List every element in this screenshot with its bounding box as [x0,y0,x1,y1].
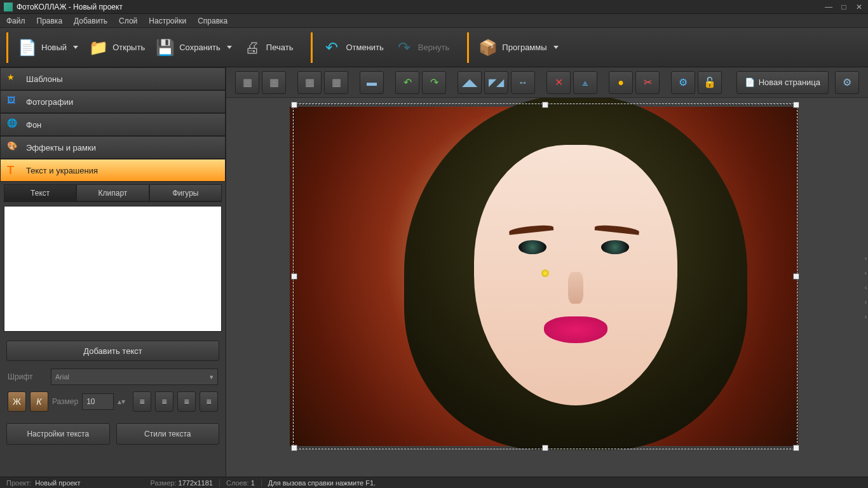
accordion-templates[interactable]: ★ Шаблоны [0,67,226,90]
portrait-nose [568,272,583,304]
status-layers-value: 1 [251,479,255,487]
new-page-button[interactable]: 📄 Новая страница [736,71,829,94]
align-center-button[interactable]: ≡ [155,391,173,412]
app-icon [4,3,13,11]
chevron-down-icon [227,46,232,49]
accordion-photos[interactable]: 🖼 Фотографии [0,90,226,113]
folder-open-icon: 📁 [88,37,109,58]
text-icon: T [7,164,20,177]
chevron-down-icon: ▾ [210,373,214,381]
status-help-hint: Для вызова справки нажмите F1. [262,479,382,487]
menu-layer[interactable]: Слой [119,17,137,25]
italic-button[interactable]: К [30,391,48,412]
rotate-right-button[interactable]: ↷ [422,71,446,94]
photo-icon: 🖼 [7,95,20,108]
undo-button[interactable]: ↶ Отменить [316,35,388,60]
panel-collapse-dots[interactable]: ‹‹‹‹‹ [865,255,867,320]
new-icon: 📄 [17,37,37,58]
menu-settings[interactable]: Настройки [149,17,186,25]
cut-button[interactable]: ✂ [635,71,660,94]
size-input[interactable] [82,393,114,410]
print-button[interactable]: 🖨 Печать [237,35,299,60]
open-button[interactable]: 📁 Открыть [83,35,150,60]
status-project-label: Проект: [6,479,31,487]
settings-gear-button[interactable]: ⚙ [671,71,695,94]
size-label: Размер [52,397,78,406]
save-icon: 💾 [155,37,175,58]
redo-icon: ↷ [394,37,414,58]
canvas-area: ▦ ▦ ▦ ▦ ▬ ↶ ↷ ◢◣ ◤◢ ↔ ✕ ⟁ ● ✂ ⚙ 🔓 📄 [226,67,868,477]
main-toolbar: 📄 Новый 📁 Открыть 💾 Сохранить 🖨 Печать ↶… [0,28,868,67]
menu-help[interactable]: Справка [198,17,227,25]
maximize-button[interactable]: □ [839,3,849,11]
menu-file[interactable]: Файл [6,17,25,25]
font-label: Шрифт [8,372,46,381]
size-spinner-icon[interactable]: ▴▾ [118,397,125,406]
chevron-down-icon [553,46,559,49]
color-button[interactable]: ● [609,71,633,94]
rotate-left-button[interactable]: ↶ [395,71,419,94]
align-left-button[interactable]: ≡ [133,391,151,412]
redo-button[interactable]: ↷ Вернуть [389,35,455,60]
minimize-button[interactable]: — [824,3,834,11]
menubar: Файл Правка Добавить Слой Настройки Спра… [0,14,868,28]
bring-front-button[interactable]: ▦ [235,71,259,94]
undo-icon: ↶ [322,37,342,58]
save-button[interactable]: 💾 Сохранить [150,35,237,60]
page-add-icon: 📄 [745,78,755,87]
left-panel: ★ Шаблоны 🖼 Фотографии 🌐 Фон 🎨 Эффекты и… [0,67,226,477]
tab-text[interactable]: Текст [4,184,76,201]
fit-button[interactable]: ↔ [511,71,535,94]
chevron-down-icon [73,46,78,49]
align-right-button[interactable]: ≡ [177,391,196,412]
text-preview [4,206,222,332]
new-button[interactable]: 📄 Новый [12,35,83,60]
send-back-button[interactable]: ▦ [262,71,286,94]
add-text-button[interactable]: Добавить текст [6,341,219,361]
portrait-eye [601,240,629,254]
delete-button[interactable]: ✕ [546,71,571,94]
align-justify-button[interactable]: ≡ [200,391,218,412]
menu-add[interactable]: Добавить [74,17,107,25]
crop-button[interactable]: ⟁ [573,71,597,94]
portrait-eye [519,240,546,254]
status-project-value: Новый проект [35,479,80,487]
accordion-background[interactable]: 🌐 Фон [0,113,226,136]
accordion-text-decor[interactable]: T Текст и украшения [0,159,226,182]
layer-up-button[interactable]: ▦ [297,71,322,94]
star-icon: ★ [7,72,20,85]
titlebar: ФотоКОЛЛАЖ - Новый проект — □ ✕ [0,0,868,14]
font-select[interactable]: Arial ▾ [51,369,218,385]
window-title: ФотоКОЛЛАЖ - Новый проект [17,3,824,11]
portrait-lips [544,316,607,343]
statusbar: Проект: Новый проект Размер: 1772x1181 С… [0,477,868,488]
bold-button[interactable]: Ж [8,391,26,412]
text-styles-button[interactable]: Стили текста [116,423,220,445]
status-size-value: 1772x1181 [179,479,213,487]
text-settings-button[interactable]: Настройки текста [6,423,110,445]
align-button[interactable]: ▬ [360,71,384,94]
flip-v-button[interactable]: ◤◢ [484,71,508,94]
page-settings-button[interactable]: ⚙ [835,71,859,94]
lock-button[interactable]: 🔓 [698,71,722,94]
palette-icon: 🎨 [7,141,20,154]
box-icon: 📦 [478,37,498,58]
flip-h-button[interactable]: ◢◣ [458,71,482,94]
menu-edit[interactable]: Правка [37,17,63,25]
close-button[interactable]: ✕ [854,3,864,11]
canvas-toolbar: ▦ ▦ ▦ ▦ ▬ ↶ ↷ ◢◣ ◤◢ ↔ ✕ ⟁ ● ✂ ⚙ 🔓 📄 [226,67,868,98]
canvas[interactable] [290,107,798,446]
programs-button[interactable]: 📦 Программы [473,35,563,60]
globe-icon: 🌐 [7,118,20,131]
print-icon: 🖨 [242,37,262,58]
layer-down-button[interactable]: ▦ [324,71,348,94]
tab-clipart[interactable]: Клипарт [76,184,149,201]
tab-shapes[interactable]: Фигуры [149,184,222,201]
accordion-effects[interactable]: 🎨 Эффекты и рамки [0,136,226,159]
